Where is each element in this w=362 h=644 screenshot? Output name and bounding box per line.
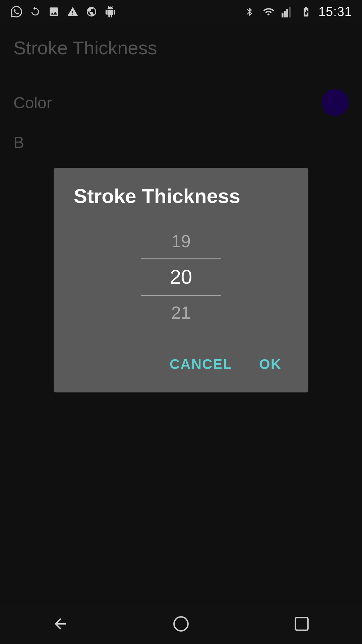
picker-below-value: 21 [74, 296, 288, 329]
status-icons-right: 15:31 [243, 5, 352, 19]
picker-above-value: 19 [74, 224, 288, 258]
globe-icon [85, 5, 98, 18]
svg-rect-0 [282, 13, 284, 17]
home-nav-button[interactable] [168, 610, 194, 637]
status-bar: 15:31 [0, 0, 362, 23]
svg-rect-1 [284, 11, 286, 17]
signal-icon [281, 5, 294, 18]
number-picker[interactable]: 19 20 21 [74, 224, 288, 329]
cancel-button[interactable]: CANCEL [163, 350, 239, 379]
battery-icon [300, 5, 312, 18]
image-icon [48, 5, 60, 18]
status-time: 15:31 [318, 5, 352, 19]
stroke-thickness-dialog: Stroke Thickness 19 20 21 CANCEL OK [54, 168, 308, 392]
recent-nav-button[interactable] [288, 610, 315, 637]
ok-button[interactable]: OK [252, 350, 288, 379]
back-nav-button[interactable] [47, 610, 74, 637]
bluetooth-icon [243, 5, 256, 18]
warning-icon [66, 5, 79, 18]
navigation-bar [0, 604, 362, 644]
android-icon [104, 5, 117, 18]
wifi-icon [262, 5, 275, 18]
refresh-icon [29, 5, 42, 18]
whatsapp-icon [10, 5, 23, 18]
status-icons-left [10, 5, 117, 18]
dialog-title: Stroke Thickness [74, 184, 288, 208]
svg-rect-5 [295, 618, 308, 630]
dialog-overlay: Stroke Thickness 19 20 21 CANCEL OK [0, 23, 362, 604]
picker-selected-value: 20 [74, 259, 288, 295]
svg-rect-3 [289, 7, 291, 17]
svg-point-4 [174, 617, 188, 631]
dialog-buttons: CANCEL OK [74, 350, 288, 379]
svg-rect-2 [286, 9, 288, 18]
